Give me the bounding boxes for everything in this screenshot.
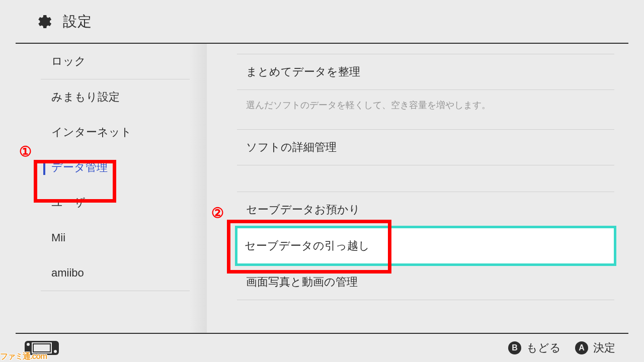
content-spacer: [237, 165, 614, 192]
hint-a-label: 決定: [593, 340, 615, 355]
content-row-selected[interactable]: セーブデータの引っ越し: [235, 226, 616, 266]
sidebar-item-5[interactable]: Mii: [41, 220, 190, 255]
sidebar-item-3[interactable]: データ管理: [41, 150, 190, 185]
sidebar-gradient: [190, 44, 207, 333]
content-row-2[interactable]: ソフトの詳細管理: [237, 130, 614, 165]
header: 設定: [16, 0, 628, 44]
a-button-icon: A: [575, 341, 588, 354]
footer: B もどる A 決定: [16, 333, 628, 362]
content-divider: [237, 300, 614, 300]
hint-a-confirm: A 決定: [575, 340, 615, 355]
page-title: 設定: [63, 12, 92, 31]
content-row-4[interactable]: セーブデータお預かり: [237, 192, 614, 227]
sidebar-divider: [41, 291, 190, 291]
body: ロックみまもり設定インターネットデータ管理ユーザーMiiamiibo まとめてデ…: [16, 44, 628, 333]
hint-b-label: もどる: [526, 340, 561, 355]
hint-b-back: B もどる: [508, 340, 561, 355]
sidebar-item-1[interactable]: みまもり設定: [41, 79, 190, 115]
watermark: ファミ通.com: [0, 351, 47, 362]
content-description: 選んだソフトのデータを軽くして、空き容量を増やします。: [237, 90, 614, 129]
sidebar-item-0[interactable]: ロック: [41, 44, 190, 79]
sidebar-item-6[interactable]: amiibo: [41, 255, 190, 291]
sidebar: ロックみまもり設定インターネットデータ管理ユーザーMiiamiibo: [16, 44, 207, 333]
sidebar-item-4[interactable]: ユーザー: [41, 185, 190, 220]
settings-gear-icon: [34, 13, 52, 31]
content-row-0[interactable]: まとめてデータを整理: [237, 54, 614, 89]
content-pane: まとめてデータを整理選んだソフトのデータを軽くして、空き容量を増やします。ソフト…: [207, 44, 628, 333]
b-button-icon: B: [508, 341, 521, 354]
content-row-6[interactable]: 画面写真と動画の管理: [237, 264, 614, 300]
sidebar-item-2[interactable]: インターネット: [41, 115, 190, 150]
